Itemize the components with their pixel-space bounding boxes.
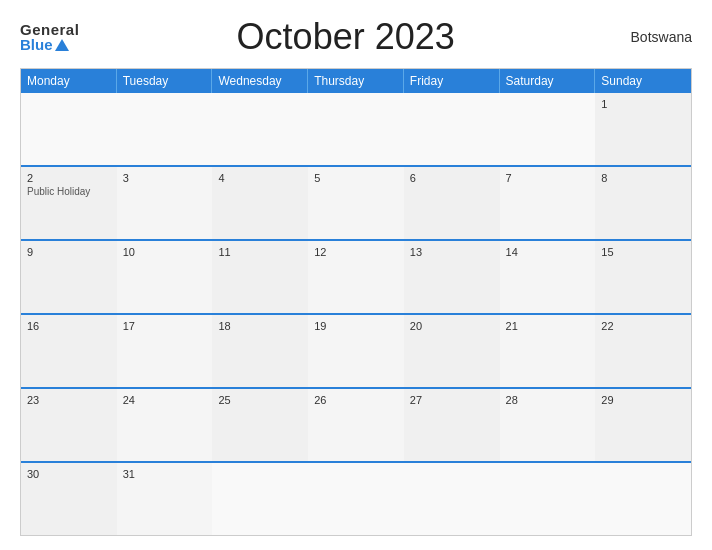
day-cell: 9 <box>21 241 117 313</box>
day-number: 25 <box>218 394 302 406</box>
day-cell: 29 <box>595 389 691 461</box>
day-cell: 14 <box>500 241 596 313</box>
day-number: 9 <box>27 246 111 258</box>
day-cell: 6 <box>404 167 500 239</box>
day-cell <box>308 463 404 535</box>
week-row-1: 1 <box>21 93 691 165</box>
calendar-title: October 2023 <box>237 16 455 58</box>
day-header-saturday: Saturday <box>500 69 596 93</box>
day-headers-row: MondayTuesdayWednesdayThursdayFridaySatu… <box>21 69 691 93</box>
day-number: 18 <box>218 320 302 332</box>
country-label: Botswana <box>612 29 692 45</box>
day-event: Public Holiday <box>27 186 111 197</box>
week-row-2: 2Public Holiday345678 <box>21 165 691 239</box>
day-number: 28 <box>506 394 590 406</box>
day-number: 11 <box>218 246 302 258</box>
day-cell: 18 <box>212 315 308 387</box>
day-cell: 19 <box>308 315 404 387</box>
day-number: 14 <box>506 246 590 258</box>
day-header-friday: Friday <box>404 69 500 93</box>
day-number: 1 <box>601 98 685 110</box>
day-number: 21 <box>506 320 590 332</box>
week-row-4: 16171819202122 <box>21 313 691 387</box>
day-cell: 10 <box>117 241 213 313</box>
day-cell <box>212 463 308 535</box>
day-number: 31 <box>123 468 207 480</box>
day-cell: 30 <box>21 463 117 535</box>
logo-general-text: General <box>20 22 79 37</box>
day-cell: 31 <box>117 463 213 535</box>
day-number: 3 <box>123 172 207 184</box>
day-number: 2 <box>27 172 111 184</box>
day-number: 27 <box>410 394 494 406</box>
day-number: 13 <box>410 246 494 258</box>
logo-triangle-icon <box>55 39 69 51</box>
day-number: 26 <box>314 394 398 406</box>
week-row-5: 23242526272829 <box>21 387 691 461</box>
day-cell <box>500 93 596 165</box>
day-cell <box>404 463 500 535</box>
weeks-container: 12Public Holiday345678910111213141516171… <box>21 93 691 535</box>
day-header-wednesday: Wednesday <box>212 69 308 93</box>
day-number: 5 <box>314 172 398 184</box>
day-cell: 23 <box>21 389 117 461</box>
calendar-header: General Blue October 2023 Botswana <box>20 16 692 58</box>
day-cell <box>117 93 213 165</box>
day-header-monday: Monday <box>21 69 117 93</box>
day-number: 22 <box>601 320 685 332</box>
day-cell <box>404 93 500 165</box>
day-cell: 17 <box>117 315 213 387</box>
logo-blue-text: Blue <box>20 37 79 52</box>
day-number: 19 <box>314 320 398 332</box>
day-number: 6 <box>410 172 494 184</box>
day-cell: 24 <box>117 389 213 461</box>
day-number: 17 <box>123 320 207 332</box>
day-number: 12 <box>314 246 398 258</box>
day-header-tuesday: Tuesday <box>117 69 213 93</box>
day-cell: 3 <box>117 167 213 239</box>
day-cell: 4 <box>212 167 308 239</box>
day-number: 30 <box>27 468 111 480</box>
day-number: 29 <box>601 394 685 406</box>
day-cell: 21 <box>500 315 596 387</box>
day-header-sunday: Sunday <box>595 69 691 93</box>
day-number: 15 <box>601 246 685 258</box>
day-cell: 28 <box>500 389 596 461</box>
day-number: 7 <box>506 172 590 184</box>
day-number: 20 <box>410 320 494 332</box>
day-cell: 22 <box>595 315 691 387</box>
day-cell: 26 <box>308 389 404 461</box>
day-cell <box>595 463 691 535</box>
day-number: 10 <box>123 246 207 258</box>
day-number: 16 <box>27 320 111 332</box>
day-cell: 8 <box>595 167 691 239</box>
day-cell <box>308 93 404 165</box>
day-cell: 1 <box>595 93 691 165</box>
week-row-3: 9101112131415 <box>21 239 691 313</box>
day-cell: 15 <box>595 241 691 313</box>
day-header-thursday: Thursday <box>308 69 404 93</box>
day-cell <box>500 463 596 535</box>
day-cell: 20 <box>404 315 500 387</box>
day-number: 24 <box>123 394 207 406</box>
day-cell: 13 <box>404 241 500 313</box>
day-cell: 12 <box>308 241 404 313</box>
day-cell: 5 <box>308 167 404 239</box>
day-cell <box>21 93 117 165</box>
day-number: 23 <box>27 394 111 406</box>
day-cell: 16 <box>21 315 117 387</box>
day-cell: 25 <box>212 389 308 461</box>
day-cell: 27 <box>404 389 500 461</box>
logo: General Blue <box>20 22 79 52</box>
week-row-6: 3031 <box>21 461 691 535</box>
day-cell: 11 <box>212 241 308 313</box>
day-cell <box>212 93 308 165</box>
day-number: 4 <box>218 172 302 184</box>
calendar-grid: MondayTuesdayWednesdayThursdayFridaySatu… <box>20 68 692 536</box>
day-cell: 7 <box>500 167 596 239</box>
day-number: 8 <box>601 172 685 184</box>
day-cell: 2Public Holiday <box>21 167 117 239</box>
